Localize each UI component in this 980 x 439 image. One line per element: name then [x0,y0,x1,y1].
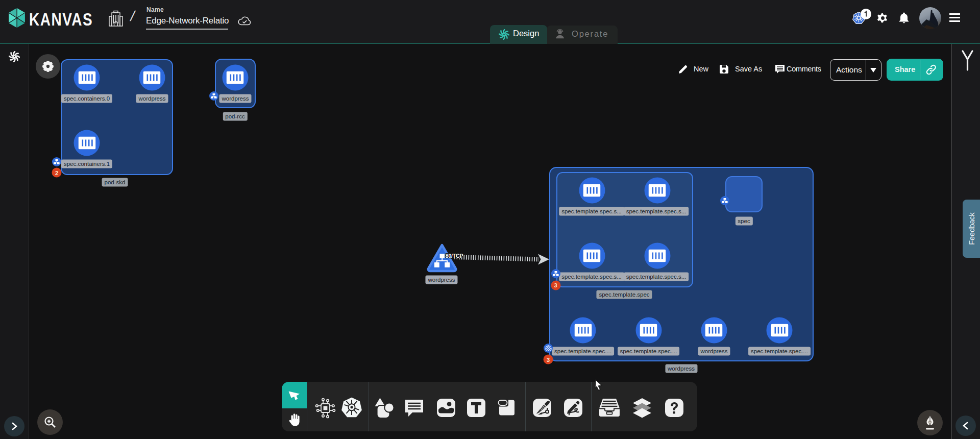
svg-text:80/TCP: 80/TCP [446,253,463,259]
